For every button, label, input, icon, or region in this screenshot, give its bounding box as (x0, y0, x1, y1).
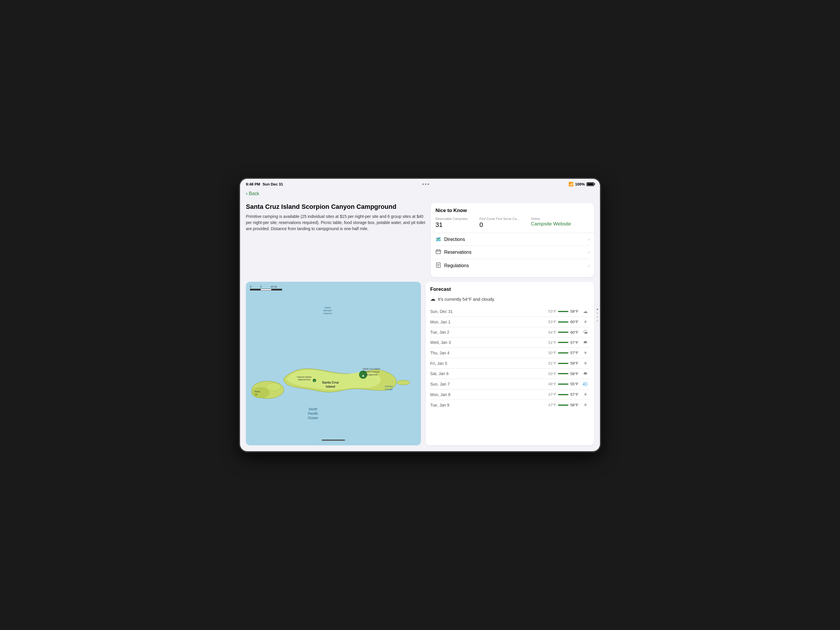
forecast-weather-icon: ☀ (581, 392, 589, 397)
nice-to-know-card: Nice to Know Reservable Campsites 31 Fir… (431, 203, 594, 277)
forecast-day-label: Tue, Jan 2 (430, 330, 459, 335)
battery-fill (587, 183, 593, 185)
svg-point-33 (397, 381, 410, 385)
forecast-temps: 53°F 60°F (459, 320, 578, 324)
forecast-row: Fri, Jan 5 51°F 59°F ☀ (430, 358, 589, 369)
reservations-row[interactable]: Reservations › (436, 246, 589, 259)
regulations-label: Regulations (444, 263, 469, 268)
forecast-row: Sun, Dec 31 53°F 58°F ☁ (430, 306, 589, 317)
svg-rect-0 (436, 250, 441, 254)
wifi-icon: 📶 (568, 182, 573, 186)
forecast-temps: 51°F 57°F (459, 340, 578, 345)
battery-percent: 100% (575, 182, 585, 186)
temp-bar (558, 404, 568, 406)
directions-icon: 🗺️ (436, 237, 441, 242)
description-section: Santa Cruz Island Scorpion Canyon Campgr… (246, 203, 426, 277)
svg-text:Channel: Channel (323, 312, 332, 315)
forecast-row: Tue, Jan 9 47°F 58°F ☀ (430, 400, 589, 410)
campsite-website-link[interactable]: Campsite Website (531, 221, 571, 227)
temp-low: 47°F (548, 392, 556, 397)
reservations-label: Reservations (444, 249, 471, 255)
temp-low: 51°F (548, 340, 556, 345)
svg-text:North: North (309, 407, 317, 411)
directions-row-left: 🗺️ Directions (436, 237, 465, 242)
temp-high: 58°F (570, 372, 578, 376)
reservable-stat: Reservable Campsites 31 (436, 217, 468, 229)
campground-description: Primitive camping is available (25 indiv… (246, 213, 426, 232)
directions-label: Directions (444, 237, 465, 242)
temp-bar (558, 321, 568, 322)
temp-high: 57°F (570, 351, 578, 355)
temp-high: 60°F (570, 320, 578, 324)
temp-bar (558, 332, 568, 333)
dot-2 (425, 183, 426, 185)
svg-text:Scorpion Canyon: Scorpion Canyon (363, 370, 380, 373)
temp-high: 59°F (570, 361, 578, 365)
main-content: Santa Cruz Island Scorpion Canyon Campgr… (240, 200, 600, 451)
forecast-weather-icon: 🌤 (581, 330, 589, 335)
svg-text:Rosa: Rosa (255, 390, 260, 393)
scale-labels: 0510 mi (250, 285, 277, 288)
scroll-indicator (322, 439, 345, 441)
nav-bar: ‹ Back (240, 188, 600, 200)
temp-high: 58°F (570, 403, 578, 407)
dot-3 (428, 183, 429, 185)
temp-high: 58°F (570, 309, 578, 314)
svg-text:Anacapa: Anacapa (384, 385, 393, 388)
forecast-row: Tue, Jan 2 54°F 60°F 🌤 (430, 327, 589, 338)
svg-text:Santa Cruz: Santa Cruz (322, 381, 339, 384)
forecast-day-label: Mon, Jan 8 (430, 392, 459, 397)
forecast-weather-icon: ☀ (581, 402, 589, 408)
online-stat: Online Campsite Website (531, 217, 571, 229)
temp-low: 54°F (548, 330, 556, 335)
forecast-day-label: Wed, Jan 3 (430, 340, 459, 345)
bottom-section: 0510 mi Santa Barbara Channel (246, 282, 594, 445)
status-center (422, 183, 429, 185)
directions-chevron: › (588, 237, 589, 242)
forecast-weather-icon: ☁ (581, 309, 589, 314)
top-section: Santa Cruz Island Scorpion Canyon Campgr… (246, 203, 594, 277)
forecast-day-label: Sun, Dec 31 (430, 309, 459, 314)
forecast-weather-icon: ☀ (581, 360, 589, 366)
directions-row[interactable]: 🗺️ Directions › (436, 233, 589, 246)
svg-text:Santa Cruz Island: Santa Cruz Island (363, 368, 380, 370)
svg-text:Campground: Campground (365, 373, 377, 376)
map-scale: 0510 mi (250, 285, 282, 291)
scale-bar (250, 289, 282, 291)
reservable-value: 31 (436, 221, 468, 229)
battery-icon (587, 182, 594, 186)
svg-text:Island: Island (326, 385, 335, 388)
online-label: Online (531, 217, 571, 221)
stats-row: Reservable Campsites 31 First Come First… (436, 217, 589, 229)
sidebar-dot-4 (597, 320, 598, 321)
svg-text:nd: nd (255, 393, 257, 396)
scale-black-2 (272, 289, 282, 291)
forecast-temps: 47°F 58°F (459, 403, 578, 407)
svg-text:Pacific: Pacific (308, 412, 318, 415)
svg-text:Channel Islands: Channel Islands (297, 376, 312, 378)
first-come-value: 0 (480, 221, 519, 229)
status-date: Sun Dec 31 (262, 182, 283, 186)
map-container: 0510 mi Santa Barbara Channel (246, 282, 421, 445)
svg-rect-8 (246, 297, 421, 431)
current-weather-icon: ☁ (430, 296, 436, 302)
temp-bar (558, 394, 568, 395)
forecast-weather-icon: 🌧 (581, 371, 589, 376)
temp-low: 48°F (548, 382, 556, 386)
svg-point-13 (252, 388, 269, 398)
regulations-row[interactable]: Regulations › (436, 259, 589, 272)
temp-low: 53°F (548, 309, 556, 314)
forecast-temps: 48°F 55°F (459, 382, 578, 386)
status-bar: 9:48 PM Sun Dec 31 📶 100% (240, 179, 600, 188)
temp-low: 50°F (548, 372, 556, 376)
temp-low: 47°F (548, 403, 556, 407)
back-button[interactable]: ‹ Back (246, 191, 594, 197)
ipad-device: 9:48 PM Sun Dec 31 📶 100% ‹ Back San (239, 178, 601, 452)
forecast-row: Sun, Jan 7 48°F 55°F 💨 (430, 379, 589, 389)
svg-text:Passage: Passage (385, 388, 393, 390)
temp-high: 57°F (570, 392, 578, 397)
scale-black (250, 289, 261, 291)
svg-text:▲: ▲ (362, 373, 365, 377)
forecast-day-label: Tue, Jan 9 (430, 403, 459, 407)
forecast-title: Forecast (430, 286, 589, 292)
